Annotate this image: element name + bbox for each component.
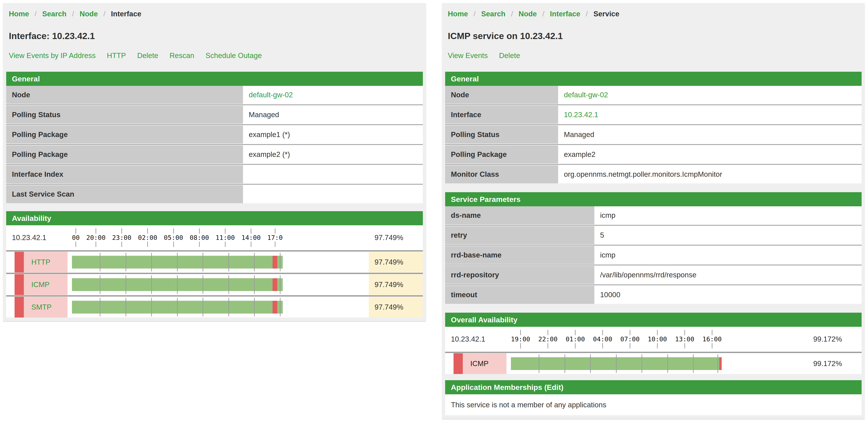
row-value: /var/lib/opennms/rrd/response <box>594 266 862 284</box>
service-name-cell: ICMP <box>463 353 506 374</box>
breadcrumb-separator: / <box>542 10 544 18</box>
interface-link[interactable]: 10.23.42.1 <box>564 110 598 119</box>
row-value: org.opennms.netmgt.poller.monitors.IcmpM… <box>558 165 862 183</box>
delete-link[interactable]: Delete <box>499 52 520 60</box>
row-value <box>243 185 423 203</box>
axis-tick: 13:00 <box>675 330 694 348</box>
spacer <box>6 274 14 295</box>
overall-availability-table: Overall Availability 10.23.42.1 19:00 22… <box>445 313 862 374</box>
row-label: timeout <box>445 286 594 304</box>
service-icmp-link[interactable]: ICMP <box>31 281 50 289</box>
spacer <box>67 225 72 250</box>
row-divider <box>6 124 423 126</box>
spacer <box>67 297 72 318</box>
page-title: ICMP service on 10.23.42.1 <box>448 31 859 41</box>
axis-tick: 00 <box>72 228 80 247</box>
table-row: Monitor Class org.opennms.netmgt.poller.… <box>445 165 862 183</box>
breadcrumb-interface[interactable]: Interface <box>550 10 581 18</box>
general-table: General Node default-gw-02 Polling Statu… <box>6 72 423 203</box>
node-link[interactable]: default-gw-02 <box>564 91 608 99</box>
row-label: Polling Package <box>445 145 558 163</box>
service-smtp-link[interactable]: SMTP <box>31 303 52 311</box>
row-label: Node <box>445 86 558 104</box>
spacer <box>67 252 72 272</box>
row-label: Interface <box>445 106 558 124</box>
row-value: 10000 <box>594 286 862 304</box>
row-divider <box>445 224 862 226</box>
general-table: General Node default-gw-02 Interface 10.… <box>445 72 862 183</box>
breadcrumb-home[interactable]: Home <box>9 10 29 18</box>
service-parameters-header: Service Parameters <box>445 192 862 206</box>
table-row: Polling Status Managed <box>6 106 423 124</box>
axis-tick: 11:00 <box>216 228 235 247</box>
table-row: Polling Package example2 (*) <box>6 145 423 163</box>
row-divider <box>445 163 862 165</box>
node-link[interactable]: default-gw-02 <box>249 91 293 99</box>
row-value: 5 <box>594 226 862 244</box>
availability-bar <box>72 256 283 268</box>
outage-indicator <box>454 353 463 374</box>
service-availability-row: HTTP 97.749% <box>6 252 423 272</box>
outage-indicator <box>14 297 24 318</box>
breadcrumb-search[interactable]: Search <box>42 10 66 18</box>
row-label: Last Service Scan <box>6 185 243 203</box>
table-row: rrd-repository /var/lib/opennms/rrd/resp… <box>445 266 862 284</box>
axis-tick: 08:00 <box>190 228 209 247</box>
axis-tick: 23:00 <box>112 228 131 247</box>
service-name-cell: HTTP <box>24 252 67 272</box>
breadcrumb-separator: / <box>586 10 588 18</box>
axis-tick: 20:00 <box>86 228 105 247</box>
row-value: default-gw-02 <box>243 86 423 104</box>
row-divider <box>445 143 862 145</box>
rescan-link[interactable]: Rescan <box>169 52 194 60</box>
axis-tick: 14:00 <box>242 228 261 247</box>
general-table-header: General <box>6 72 423 86</box>
http-link[interactable]: HTTP <box>107 52 126 60</box>
row-value: 10.23.42.1 <box>558 106 862 124</box>
service-http-link[interactable]: HTTP <box>31 258 50 266</box>
breadcrumb-home[interactable]: Home <box>448 10 468 18</box>
spacer <box>6 297 14 318</box>
row-label: ds-name <box>445 206 594 224</box>
service-name-cell: ICMP <box>24 274 67 295</box>
axis-tick: 17:0 <box>267 228 283 247</box>
availability-bar <box>72 301 283 314</box>
axis-tick: 07:00 <box>620 330 640 348</box>
spacer <box>445 353 454 374</box>
row-value: example2 <box>558 145 862 163</box>
application-memberships-header[interactable]: Application Memberships (Edit) <box>445 380 862 394</box>
table-row: Last Service Scan <box>6 185 423 203</box>
service-availability-value: 97.749% <box>369 274 423 295</box>
row-value <box>243 165 423 183</box>
table-row: Node default-gw-02 <box>445 86 862 104</box>
availability-bar <box>511 357 722 370</box>
table-row: Polling Status Managed <box>445 126 862 143</box>
row-value: example1 (*) <box>243 126 423 143</box>
view-events-by-ip-link[interactable]: View Events by IP Address <box>9 52 96 60</box>
schedule-outage-link[interactable]: Schedule Outage <box>206 52 262 60</box>
breadcrumb-node[interactable]: Node <box>519 10 537 18</box>
breadcrumb-separator: / <box>35 10 37 18</box>
row-value: icmp <box>594 206 862 224</box>
spacer <box>6 252 14 272</box>
action-links: View Events by IP Address HTTP Delete Re… <box>9 52 420 60</box>
row-label: retry <box>445 226 594 244</box>
service-availability-row: ICMP 97.749% <box>6 274 423 295</box>
service-availability-value: 99.172% <box>808 353 862 374</box>
breadcrumb-node[interactable]: Node <box>80 10 98 18</box>
overall-availability-value: 97.749% <box>369 225 423 250</box>
breadcrumb: Home / Search / Node / Interface / Servi… <box>445 7 862 18</box>
interface-ip-label: 10.23.42.1 <box>6 225 67 250</box>
outage-indicator <box>14 274 24 295</box>
row-value: example2 (*) <box>243 145 423 163</box>
row-label: Polling Status <box>445 126 558 143</box>
row-value: default-gw-02 <box>558 86 862 104</box>
breadcrumb-current-interface: Interface <box>111 10 142 18</box>
breadcrumb-separator: / <box>474 10 475 18</box>
breadcrumb-separator: / <box>72 10 74 18</box>
view-events-link[interactable]: View Events <box>448 52 488 60</box>
row-divider <box>445 284 862 286</box>
delete-link[interactable]: Delete <box>137 52 158 60</box>
availability-axis-row: 10.23.42.1 00 20:00 23:00 02:00 05:00 08… <box>6 225 423 250</box>
breadcrumb-search[interactable]: Search <box>481 10 505 18</box>
